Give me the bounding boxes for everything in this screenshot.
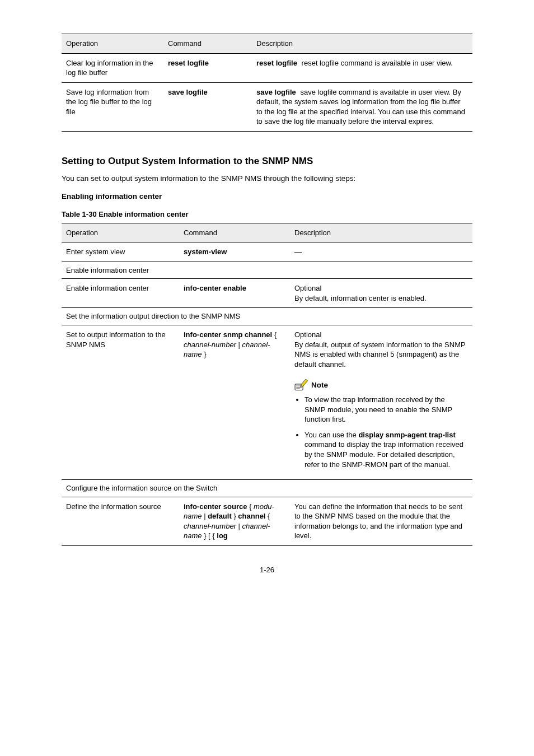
- col-header-command: Command: [179, 223, 290, 242]
- note-label: Note: [311, 380, 328, 390]
- table-caption: Table 1-30 Enable information center: [62, 209, 472, 220]
- col-header-operation: Operation: [62, 223, 179, 242]
- table-section-row: Enable information center: [62, 262, 472, 279]
- table-header-row: Operation Command Description: [62, 223, 472, 242]
- table-header-row: Operation Command Description: [62, 34, 472, 54]
- cell-operation: Save log information from the log file b…: [62, 82, 163, 131]
- cell-operation: Clear log information in the log file bu…: [62, 53, 163, 82]
- table-row: Clear log information in the log file bu…: [62, 53, 472, 82]
- cell-operation: Define the information source: [62, 497, 179, 545]
- section-heading-snmp-nms: Setting to Output System Information to …: [62, 155, 472, 168]
- col-header-command: Command: [163, 34, 252, 54]
- cell-command: info-center enable: [179, 279, 290, 308]
- table-row: Set to output information to the SNMP NM…: [62, 325, 472, 480]
- page-number: 1-26: [62, 565, 472, 575]
- subheading-enable-info-center: Enabling information center: [62, 192, 472, 202]
- table-commands-logfile: Operation Command Description Clear log …: [62, 34, 472, 132]
- table-row: Enter system view system-view —: [62, 242, 472, 262]
- col-header-description: Description: [252, 34, 472, 54]
- cell-operation: Enter system view: [62, 242, 179, 262]
- table-enable-info-center: Operation Command Description Enter syst…: [62, 223, 472, 546]
- svg-rect-4: [301, 379, 307, 387]
- cell-description: Optional By default, output of system in…: [290, 325, 472, 480]
- cell-operation: Enable information center: [62, 279, 179, 308]
- table-row: Enable information center info-center en…: [62, 279, 472, 308]
- note-header: Note: [294, 379, 467, 391]
- note-bullet: To view the trap information received by…: [305, 395, 467, 424]
- note-lead-text: Optional By default, output of system in…: [294, 330, 467, 369]
- section-label: Configure the information source on the …: [62, 480, 472, 497]
- note-bullet-list: To view the trap information received by…: [294, 395, 467, 469]
- table-row: Define the information source info-cente…: [62, 497, 472, 545]
- cell-command: system-view: [179, 242, 290, 262]
- section-label: Enable information center: [62, 262, 472, 279]
- cell-description: You can define the information that need…: [290, 497, 472, 545]
- note-bullet: You can use the display snmp-agent trap-…: [305, 430, 467, 469]
- cell-description: Optional By default, information center …: [290, 279, 472, 308]
- table-section-row: Set the information output direction to …: [62, 308, 472, 325]
- paragraph: You can set to output system information…: [62, 174, 472, 184]
- cell-command: save logfile: [163, 82, 252, 131]
- note-pencil-icon: [294, 379, 309, 391]
- cell-command: reset logfile: [163, 53, 252, 82]
- col-header-operation: Operation: [62, 34, 163, 54]
- cell-description: reset logfile reset logfile command is a…: [252, 53, 472, 82]
- col-header-description: Description: [290, 223, 472, 242]
- cell-description: save logfile save logfile command is ava…: [252, 82, 472, 131]
- cell-command: info-center source { modu-name | default…: [179, 497, 290, 545]
- cell-command: info-center snmp channel { channel-numbe…: [179, 325, 290, 480]
- table-section-row: Configure the information source on the …: [62, 480, 472, 497]
- table-row: Save log information from the log file b…: [62, 82, 472, 131]
- section-label: Set the information output direction to …: [62, 308, 472, 325]
- cell-description: —: [290, 242, 472, 262]
- cell-operation: Set to output information to the SNMP NM…: [62, 325, 179, 480]
